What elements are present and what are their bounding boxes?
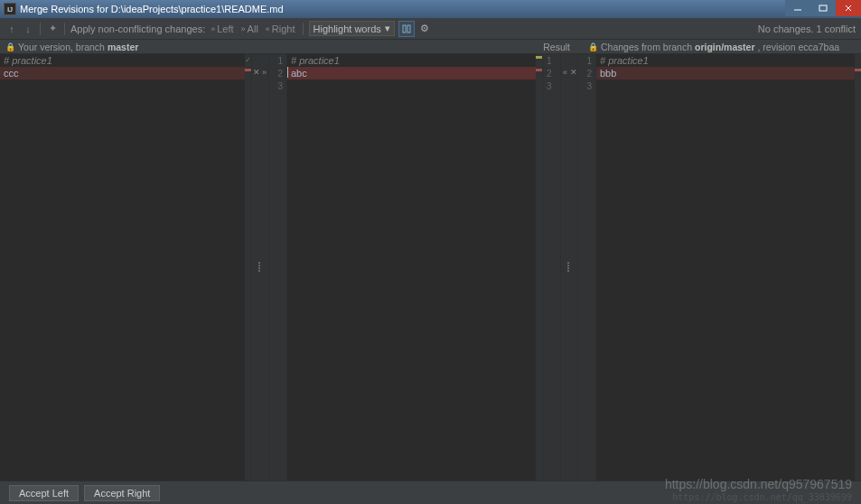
separator <box>64 23 65 35</box>
gear-icon[interactable]: ⚙ <box>418 23 431 35</box>
apply-right-button[interactable]: «Right <box>264 23 297 34</box>
error-stripe[interactable] <box>855 54 861 481</box>
error-stripe[interactable] <box>245 54 251 481</box>
next-change-icon[interactable]: ↓ <box>22 23 34 35</box>
highlight-label: Highlight words <box>314 23 381 34</box>
accept-left-button[interactable]: Accept Left <box>9 485 79 501</box>
sync-scroll-button[interactable] <box>398 21 415 37</box>
marker-conflict[interactable] <box>536 69 542 71</box>
code-line: bbb <box>600 68 616 79</box>
text-caret <box>287 67 288 78</box>
splitter-handle[interactable] <box>567 262 570 273</box>
prev-change-icon[interactable]: ↑ <box>5 23 18 35</box>
right-action-gutter: « ✕ <box>560 54 578 481</box>
svg-rect-1 <box>819 5 827 11</box>
toolbar: ↑ ↓ ✦ Apply non-conflicting changes: »Le… <box>0 18 861 40</box>
separator <box>303 23 304 35</box>
lock-icon: 🔒 <box>5 42 15 51</box>
code-line: ccc <box>4 68 19 79</box>
window-title: Merge Revisions for D:\ideaProjects\prac… <box>20 4 785 14</box>
mid-gutter-left: 1 2 3 <box>269 54 287 481</box>
right-pane-header: 🔒 Changes from branch origin/master , re… <box>577 40 861 53</box>
left-action-gutter: ✕ » <box>251 54 269 481</box>
left-pane: # practice1 ccc <box>0 54 251 481</box>
subheader: 🔒 Your version, branch master Result 🔒 C… <box>0 40 861 54</box>
apply-left-icon[interactable]: « <box>561 68 569 77</box>
code-line: # practice1 <box>600 55 649 66</box>
left-branch-name: master <box>108 42 138 52</box>
left-pane-header: 🔒 Your version, branch master <box>0 40 268 53</box>
left-editor[interactable]: # practice1 ccc <box>0 54 251 481</box>
marker-warning[interactable] <box>536 56 542 59</box>
marker-conflict[interactable] <box>245 69 251 71</box>
right-editor[interactable]: # practice1 bbb <box>596 54 861 481</box>
marker-conflict[interactable] <box>855 69 861 71</box>
separator <box>40 23 41 35</box>
svg-rect-4 <box>403 25 406 33</box>
error-stripe[interactable] <box>536 54 542 481</box>
conflict-status: No changes. 1 conflict <box>758 23 856 34</box>
code-line: # practice1 <box>4 55 52 66</box>
splitter-handle[interactable] <box>258 262 261 273</box>
app-icon: IJ <box>4 3 16 15</box>
chevron-down-icon: ▾ <box>385 23 390 34</box>
code-line: abc <box>291 68 307 79</box>
window-controls <box>785 0 861 18</box>
lock-icon: 🔒 <box>588 42 598 51</box>
code-line: # practice1 <box>291 55 340 66</box>
diff-panes: # practice1 ccc ✕ » 1 2 3 # practice1 <box>0 54 861 481</box>
check-icon <box>245 56 251 62</box>
apply-label: Apply non-conflicting changes: <box>70 23 205 34</box>
footer: Accept Left Accept Right <box>0 481 861 504</box>
right-pane: 1 2 3 # practice1 bbb <box>578 54 861 481</box>
titlebar: IJ Merge Revisions for D:\ideaProjects\p… <box>0 0 861 18</box>
apply-right-icon[interactable]: » <box>260 68 268 77</box>
close-button[interactable] <box>836 0 861 16</box>
apply-left-button[interactable]: »Left <box>209 23 235 34</box>
right-revision: ecca7baa <box>799 42 840 52</box>
minimize-button[interactable] <box>785 0 810 16</box>
reject-change-icon[interactable]: ✕ <box>252 68 260 77</box>
mid-gutter-right: 1 2 3 <box>542 54 560 481</box>
right-branch-name: origin/master <box>695 42 755 52</box>
mid-pane-header: Result <box>268 40 577 53</box>
maximize-button[interactable] <box>810 0 836 16</box>
highlight-dropdown[interactable]: Highlight words ▾ <box>309 21 395 36</box>
accept-right-button[interactable]: Accept Right <box>84 485 160 501</box>
apply-all-button[interactable]: »All <box>239 23 260 34</box>
magic-resolve-icon[interactable]: ✦ <box>46 23 59 35</box>
svg-rect-5 <box>407 25 410 33</box>
result-editor[interactable]: # practice1 abc <box>287 54 542 481</box>
mid-pane: 1 2 3 # practice1 abc 1 2 3 <box>269 54 560 481</box>
right-gutter: 1 2 3 <box>578 54 596 481</box>
reject-change-icon[interactable]: ✕ <box>569 68 577 77</box>
